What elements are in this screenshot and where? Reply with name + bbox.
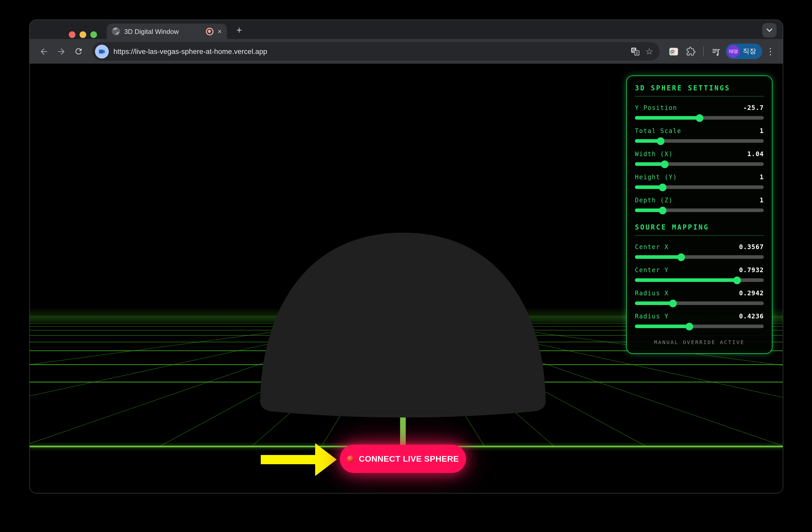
slider-thumb[interactable]: [695, 114, 703, 122]
back-button[interactable]: [36, 44, 51, 59]
tab-bar: 3D Digital Window × +: [30, 20, 783, 39]
connect-button-label: CONNECT LIVE SPHERE: [359, 454, 459, 463]
slider-thumb[interactable]: [686, 322, 693, 330]
slider-row-total-scale: Total Scale 1: [635, 127, 764, 143]
radius-y-slider[interactable]: [635, 325, 764, 328]
close-window-button[interactable]: [69, 31, 75, 38]
sphere-stem: [400, 414, 406, 448]
extensions-button[interactable]: [683, 44, 699, 59]
slider-label: Total Scale: [635, 127, 681, 134]
slider-label: Width (X): [635, 150, 673, 158]
slider-value: 0.3567: [739, 243, 764, 250]
tab-title: 3D Digital Window: [124, 28, 202, 35]
recording-indicator-icon: [206, 28, 214, 35]
slider-thumb[interactable]: [661, 160, 668, 168]
browser-menu-button[interactable]: ⋮: [764, 46, 777, 57]
slider-row-radius-y: Radius Y 0.4236: [635, 312, 764, 328]
forward-button[interactable]: [53, 44, 69, 59]
red-dot-icon: [347, 455, 354, 462]
source-mapping-title: SOURCE MAPPING: [635, 224, 764, 231]
slider-value: 1: [760, 127, 764, 134]
chrome-panel-icon: [669, 47, 678, 55]
slider-value: 1: [760, 173, 764, 181]
avatar: 태영: [727, 45, 740, 58]
browser-window: 3D Digital Window × +: [29, 19, 783, 493]
reload-button[interactable]: [71, 44, 86, 59]
slider-row-center-y: Center Y 0.7932: [635, 266, 764, 282]
globe-favicon-icon: [112, 27, 120, 35]
svg-text:文: 文: [635, 51, 638, 55]
slider-value: 1.04: [747, 150, 764, 158]
toolbar-divider: [703, 46, 704, 57]
minimize-window-button[interactable]: [79, 31, 86, 38]
page-content: 3D SPHERE SETTINGS Y Position -25.7 Tota…: [30, 64, 783, 493]
profile-chip[interactable]: 태영 직장: [726, 44, 762, 59]
star-icon: ☆: [646, 46, 653, 57]
screen: 3D Digital Window × +: [0, 0, 812, 532]
slider-label: Depth (Z): [635, 197, 673, 204]
media-controls-button[interactable]: [708, 44, 724, 59]
slider-row-center-x: Center X 0.3567: [635, 243, 764, 259]
window-controls: [69, 31, 97, 38]
slider-row-depth-z: Depth (Z) 1: [635, 196, 764, 212]
y-position-slider[interactable]: [635, 116, 764, 120]
profile-name: 직장: [743, 47, 756, 56]
slider-value: 0.7932: [739, 266, 764, 274]
slider-label: Center Y: [635, 267, 669, 274]
slider-value: 1: [760, 196, 764, 204]
translate-icon: G 文: [630, 47, 639, 56]
center-x-slider[interactable]: [635, 255, 764, 259]
slider-label: Radius X: [635, 290, 669, 297]
connect-live-sphere-button[interactable]: CONNECT LIVE SPHERE: [340, 445, 466, 473]
browser-toolbar: https://live-las-vegas-sphere-at-home.ve…: [30, 39, 783, 64]
slider-row-width-x: Width (X) 1.04: [635, 150, 764, 166]
sphere-dome: [260, 233, 546, 417]
zoom-window-button[interactable]: [90, 31, 97, 38]
depth-z-slider[interactable]: [635, 209, 764, 212]
address-bar[interactable]: https://live-las-vegas-sphere-at-home.ve…: [92, 42, 659, 61]
bookmark-star-button[interactable]: ☆: [642, 44, 656, 59]
width-x-slider[interactable]: [635, 162, 764, 166]
divider: [635, 96, 764, 97]
annotation-arrow-icon: [261, 442, 338, 477]
slider-label: Height (Y): [635, 174, 677, 181]
slider-thumb[interactable]: [733, 276, 741, 284]
camera-permission-chip[interactable]: [95, 44, 109, 58]
height-y-slider[interactable]: [635, 185, 764, 189]
slider-thumb[interactable]: [659, 183, 666, 191]
slider-row-y-position: Y Position -25.7: [635, 104, 764, 120]
center-y-slider[interactable]: [635, 278, 764, 282]
override-status: MANUAL OVERRIDE ACTIVE: [635, 340, 764, 345]
forward-arrow-icon: [56, 46, 66, 56]
total-scale-slider[interactable]: [635, 139, 764, 143]
browser-tab[interactable]: 3D Digital Window ×: [107, 24, 227, 39]
panel-title: 3D SPHERE SETTINGS: [635, 84, 764, 92]
chevron-down-icon: [766, 28, 772, 32]
slider-label: Radius Y: [635, 313, 669, 320]
slider-value: 0.2942: [739, 289, 764, 297]
slider-label: Center X: [635, 243, 669, 250]
camera-icon: [98, 47, 106, 55]
slider-thumb[interactable]: [659, 206, 666, 214]
radius-x-slider[interactable]: [635, 301, 764, 305]
slider-value: -25.7: [743, 104, 764, 112]
back-arrow-icon: [39, 46, 48, 56]
reload-icon: [74, 47, 83, 56]
tab-close-icon[interactable]: ×: [218, 28, 222, 35]
translate-button[interactable]: G 文: [628, 44, 642, 59]
puzzle-extensions-icon: [686, 47, 695, 56]
url-text[interactable]: https://live-las-vegas-sphere-at-home.ve…: [113, 47, 628, 56]
slider-value: 0.4236: [739, 312, 764, 320]
sphere-settings-panel: 3D SPHERE SETTINGS Y Position -25.7 Tota…: [626, 75, 772, 354]
slider-row-height-y: Height (Y) 1: [635, 173, 764, 189]
slider-label: Y Position: [635, 104, 677, 112]
slider-thumb[interactable]: [657, 137, 664, 145]
new-tab-button[interactable]: +: [232, 23, 246, 38]
side-panel-button[interactable]: [666, 44, 681, 59]
slider-thumb[interactable]: [669, 299, 677, 307]
media-playlist-icon: [711, 47, 721, 56]
tab-search-button[interactable]: [762, 23, 777, 38]
divider: [635, 235, 764, 236]
slider-row-radius-x: Radius X 0.2942: [635, 289, 764, 305]
slider-thumb[interactable]: [677, 253, 685, 261]
